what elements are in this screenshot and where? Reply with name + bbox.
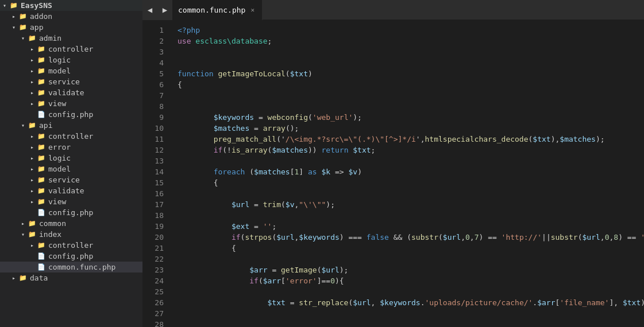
tree-item-view-api[interactable]: ▸📁view xyxy=(0,196,142,207)
tree-item-logic-api[interactable]: ▸📁logic xyxy=(0,153,142,164)
tree-item-app[interactable]: ▾📁app xyxy=(0,22,142,33)
tree-item-common-func[interactable]: 📄common.func.php xyxy=(0,262,142,272)
line-number-12: 12 xyxy=(142,145,164,155)
code-line-12: if(!is_array($matches)) return $txt; xyxy=(178,145,644,155)
line-number-17: 17 xyxy=(142,199,164,210)
tree-item-validate-admin[interactable]: ▸📁validate xyxy=(0,87,142,98)
folder-icon-view-api: 📁 xyxy=(37,198,46,205)
tree-label-validate-api: validate xyxy=(48,186,84,195)
tab-prev-button[interactable]: ◀ xyxy=(142,0,157,20)
tree-arrow-admin: ▾ xyxy=(18,35,28,41)
line-number-19: 19 xyxy=(142,221,164,232)
code-line-15: { xyxy=(178,177,644,188)
line-number-2: 2 xyxy=(142,36,164,46)
folder-icon-admin: 📁 xyxy=(28,34,37,42)
folder-icon-logic-admin: 📁 xyxy=(37,56,46,64)
tree-item-controller-api[interactable]: ▸📁controller xyxy=(0,131,142,142)
tree-arrow-api: ▾ xyxy=(18,122,28,129)
tab-close-button[interactable]: ✕ xyxy=(249,6,256,14)
tree-item-api[interactable]: ▾📁api xyxy=(0,120,142,131)
line-number-3: 3 xyxy=(142,46,164,57)
tree-label-view-admin: view xyxy=(48,99,66,108)
folder-icon-api: 📁 xyxy=(28,122,37,129)
tree-item-error-api[interactable]: ▸📁error xyxy=(0,142,142,153)
tree-item-easysns[interactable]: ▾📁EasySNS xyxy=(0,0,142,11)
code-line-25: ​ xyxy=(178,286,644,297)
code-editor[interactable]: <?phpuse esclass\database;​​function get… xyxy=(168,20,644,327)
line-number-20: 20 xyxy=(142,232,164,243)
tree-label-model-admin: model xyxy=(48,67,71,75)
tree-item-service-api[interactable]: ▸📁service xyxy=(0,174,142,185)
line-number-8: 8 xyxy=(142,101,164,112)
folder-icon-addon: 📁 xyxy=(18,13,28,20)
line-number-5: 5 xyxy=(142,68,164,79)
file-tree: ▾📁EasySNS▸📁addon▾📁app▾📁admin▸📁controller… xyxy=(0,0,142,327)
line-number-6: 6 xyxy=(142,79,164,90)
code-line-18: ​ xyxy=(178,210,644,221)
folder-icon-view-admin: 📁 xyxy=(37,100,46,107)
folder-icon-controller-admin: 📁 xyxy=(37,45,46,53)
tree-item-logic-admin[interactable]: ▸📁logic xyxy=(0,54,142,65)
tree-label-controller-api: controller xyxy=(48,132,93,141)
tree-arrow-controller-admin: ▸ xyxy=(28,46,37,52)
tree-item-data[interactable]: ▸📁data xyxy=(0,272,142,283)
tree-item-index[interactable]: ▾📁index xyxy=(0,229,142,240)
tree-arrow-error-api: ▸ xyxy=(28,144,37,150)
file-icon-common-func: 📄 xyxy=(37,263,46,271)
code-line-17: $url = trim($v,"\'\""); xyxy=(178,199,644,210)
tree-item-controller-index[interactable]: ▸📁controller xyxy=(0,240,142,251)
tree-label-api: api xyxy=(39,121,52,130)
code-line-26: $txt = str_replace($url, $keywords.'uplo… xyxy=(178,297,644,308)
tree-arrow-validate-api: ▸ xyxy=(28,188,37,194)
tree-item-addon[interactable]: ▸📁addon xyxy=(0,11,142,22)
tab-next-button[interactable]: ▶ xyxy=(157,0,172,20)
tree-arrow-model-api: ▸ xyxy=(28,166,37,172)
code-line-9: $keywords = webconfig('web_url'); xyxy=(178,112,644,123)
line-number-25: 25 xyxy=(142,286,164,297)
tree-label-service-api: service xyxy=(48,176,80,184)
tree-item-config-api[interactable]: 📄config.php xyxy=(0,207,142,218)
line-number-18: 18 xyxy=(142,210,164,221)
tree-arrow-controller-api: ▸ xyxy=(28,133,37,139)
tree-item-admin[interactable]: ▾📁admin xyxy=(0,33,142,44)
tab-label: common.func.php xyxy=(178,6,245,14)
tree-item-common[interactable]: ▸📁common xyxy=(0,218,142,229)
code-line-24: if($arr['error']==0){ xyxy=(178,275,644,286)
code-line-10: $matches = array(); xyxy=(178,123,644,134)
line-number-26: 26 xyxy=(142,297,164,308)
tree-item-service-admin[interactable]: ▸📁service xyxy=(0,76,142,87)
line-number-16: 16 xyxy=(142,188,164,199)
tree-arrow-model-admin: ▸ xyxy=(28,68,37,74)
tab-bar: ◀ ▶ common.func.php ✕ xyxy=(142,0,644,20)
code-line-8: ​ xyxy=(178,101,644,112)
code-line-23: $arr = getImage($url); xyxy=(178,264,644,275)
line-number-22: 22 xyxy=(142,254,164,264)
file-icon-config-api: 📄 xyxy=(37,209,46,216)
tree-label-data: data xyxy=(30,274,48,282)
tree-label-service-admin: service xyxy=(48,77,80,86)
tab-common-func[interactable]: common.func.php ✕ xyxy=(172,0,263,20)
editor-area: ◀ ▶ common.func.php ✕ 123456789101112131… xyxy=(142,0,644,327)
tree-item-model-admin[interactable]: ▸📁model xyxy=(0,65,142,76)
code-line-4: ​ xyxy=(178,57,644,68)
tree-item-config-index[interactable]: 📄config.php xyxy=(0,251,142,262)
tree-item-view-admin[interactable]: ▸📁view xyxy=(0,98,142,109)
tree-item-controller-admin[interactable]: ▸📁controller xyxy=(0,44,142,54)
tree-item-model-api[interactable]: ▸📁model xyxy=(0,164,142,174)
code-line-21: { xyxy=(178,243,644,254)
tree-label-easysns: EasySNS xyxy=(21,1,52,10)
tree-item-validate-api[interactable]: ▸📁validate xyxy=(0,185,142,196)
line-number-13: 13 xyxy=(142,155,164,166)
folder-icon-validate-admin: 📁 xyxy=(37,89,46,96)
tree-label-controller-index: controller xyxy=(48,241,93,250)
code-line-28: ​ xyxy=(178,319,644,327)
folder-icon-app: 📁 xyxy=(18,24,28,31)
folder-icon-logic-api: 📁 xyxy=(37,154,46,162)
tree-label-controller-admin: controller xyxy=(48,45,93,53)
tree-label-error-api: error xyxy=(48,143,71,151)
tree-arrow-common: ▸ xyxy=(18,220,28,227)
code-line-16: ​ xyxy=(178,188,644,199)
tree-item-config-admin[interactable]: 📄config.php xyxy=(0,109,142,120)
tree-arrow-data: ▸ xyxy=(9,275,18,281)
line-number-24: 24 xyxy=(142,275,164,286)
